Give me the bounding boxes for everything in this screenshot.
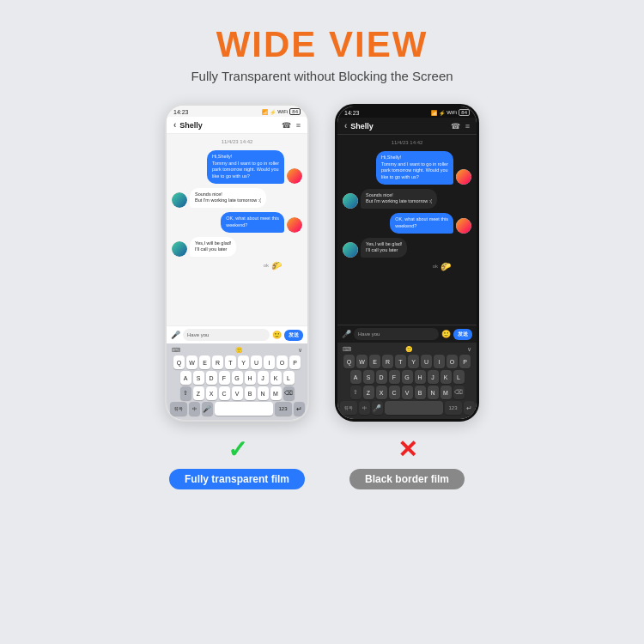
key-z[interactable]: Z (193, 386, 204, 400)
send-btn-left[interactable]: 发送 (284, 330, 303, 341)
chat-icons-right: ☎ ≡ (451, 122, 470, 131)
ok-text-left: ok (264, 263, 269, 268)
rkey-r[interactable]: R (382, 355, 393, 368)
key-o[interactable]: O (276, 355, 288, 369)
rkey-l[interactable]: L (453, 370, 465, 384)
rkey-b[interactable]: B (415, 386, 426, 399)
key-p[interactable]: P (289, 355, 301, 369)
recv-avatar-2 (172, 241, 187, 257)
key-x[interactable]: X (206, 386, 217, 400)
key-v[interactable]: V (232, 386, 243, 400)
rkey-x[interactable]: X (376, 386, 387, 399)
rkey-j[interactable]: J (428, 370, 439, 384)
rkey-u[interactable]: U (421, 355, 432, 368)
msg-sent-2-left: OK, what about meet thisweekend? (172, 212, 302, 232)
rkey-y[interactable]: Y (408, 355, 419, 368)
rkey-q[interactable]: Q (343, 355, 355, 368)
key-mic[interactable]: 🎤 (202, 402, 213, 416)
key-k[interactable]: K (270, 371, 282, 385)
rkey-i[interactable]: I (434, 355, 445, 368)
status-time-right: 14:23 (344, 110, 360, 116)
key-y[interactable]: Y (238, 355, 249, 369)
send-btn-right[interactable]: 发送 (453, 329, 472, 340)
key-b[interactable]: B (245, 386, 256, 400)
ok-emoji-right: 🌮 (440, 262, 451, 271)
rkey-space[interactable] (385, 401, 443, 415)
recv-avatar-1 (172, 192, 187, 208)
key-shift[interactable]: ⇧ (180, 386, 191, 400)
key-r[interactable]: R (212, 355, 223, 369)
key-d[interactable]: D (206, 371, 217, 385)
rkey-d[interactable]: D (376, 370, 387, 384)
key-j[interactable]: J (258, 371, 269, 385)
chat-body-right: 11/4/23 14:42 Hi,Shelly!Tommy and I want… (337, 135, 477, 325)
phone-right-screen: 14:23 📶 ⚡ WiFi 84 ‹ Shelly ☎ (337, 106, 477, 419)
keyboard-left: ⌨ 🙂 ∨ Q W E R T Y U I O (167, 343, 307, 420)
rkey-o[interactable]: O (447, 355, 458, 368)
kb-toolbar-icon3r: ∨ (467, 346, 471, 353)
rkey-k[interactable]: K (440, 370, 452, 384)
rkey-s[interactable]: S (363, 370, 374, 384)
rkey-shift[interactable]: ⇧ (350, 386, 361, 399)
rkey-c[interactable]: C (389, 386, 400, 399)
key-f[interactable]: F (219, 371, 230, 385)
key-123[interactable]: 123 (275, 402, 292, 416)
key-w[interactable]: W (186, 355, 197, 369)
rkey-m[interactable]: M (440, 386, 452, 399)
rkey-f[interactable]: F (389, 370, 400, 384)
key-symbol[interactable]: 符号 (170, 402, 187, 416)
rkey-p[interactable]: P (459, 355, 471, 368)
chat-contact-left: ‹ Shelly (173, 120, 203, 130)
kb-toolbar-right: ⌨ 🙂 ∨ (339, 345, 475, 355)
status-icons-left: 📶 ⚡ WiFi 84 (262, 108, 301, 115)
phone-right: 14:23 📶 ⚡ WiFi 84 ‹ Shelly ☎ (335, 104, 479, 422)
rkey-enter[interactable]: ↵ (464, 401, 475, 415)
key-i[interactable]: I (264, 355, 275, 369)
key-q[interactable]: Q (173, 355, 185, 369)
phone-left-wrapper: 14:23 📶 ⚡ WiFi 84 ‹ Shelly ☎ (165, 104, 309, 422)
kb-bottom-right: 符号 中 🎤 123 ↵ (339, 401, 475, 415)
kb-bottom-left: 符号 中 🎤 123 ↵ (168, 402, 306, 416)
recv-avatar-1r (343, 193, 358, 209)
rkey-v[interactable]: V (402, 386, 413, 399)
key-l[interactable]: L (283, 371, 295, 385)
rkey-g[interactable]: G (402, 370, 413, 384)
key-c[interactable]: C (219, 386, 230, 400)
msg-recv-1-right: Sounds nice!But I'm working late tomorro… (343, 189, 471, 209)
key-chinese[interactable]: 中 (189, 402, 200, 416)
rkey-symbol[interactable]: 符号 (340, 401, 357, 415)
key-backspace[interactable]: ⌫ (283, 386, 295, 400)
key-n[interactable]: N (258, 386, 269, 400)
key-t[interactable]: T (225, 355, 236, 369)
rkey-h[interactable]: H (415, 370, 426, 384)
key-g[interactable]: G (232, 371, 243, 385)
rkey-123[interactable]: 123 (445, 401, 462, 415)
key-a[interactable]: A (180, 371, 191, 385)
chat-header-left: ‹ Shelly ☎ ≡ (167, 117, 307, 134)
key-u[interactable]: U (251, 355, 262, 369)
input-text-left: Have you (187, 332, 209, 337)
rkey-chinese[interactable]: 中 (359, 401, 370, 415)
key-h[interactable]: H (245, 371, 256, 385)
rkey-backspace[interactable]: ⌫ (453, 386, 465, 399)
rkey-w[interactable]: W (356, 355, 368, 368)
mic-icon-left: 🎤 (171, 331, 180, 339)
phone-left: 14:23 📶 ⚡ WiFi 84 ‹ Shelly ☎ (165, 104, 309, 422)
key-enter[interactable]: ↵ (294, 402, 305, 416)
check-mark: ✓ (228, 435, 247, 464)
main-title: WIDE VIEW (191, 24, 453, 65)
rkey-z[interactable]: Z (363, 386, 374, 399)
label-row: ✓ Fully transparent film ✕ Black border … (165, 435, 479, 489)
rkey-e[interactable]: E (369, 355, 380, 368)
key-m[interactable]: M (270, 386, 282, 400)
key-s[interactable]: S (193, 371, 204, 385)
rkey-a[interactable]: A (350, 370, 361, 384)
keyboard-right: ⌨ 🙂 ∨ Q W E R T Y U I O P (337, 343, 477, 419)
key-e[interactable]: E (199, 355, 210, 369)
rkey-t[interactable]: T (395, 355, 406, 368)
input-field-right: Have you (354, 328, 439, 340)
rkey-mic[interactable]: 🎤 (372, 401, 383, 415)
chat-contact-right: ‹ Shelly (344, 121, 374, 131)
key-space[interactable] (215, 402, 273, 416)
rkey-n[interactable]: N (428, 386, 439, 399)
